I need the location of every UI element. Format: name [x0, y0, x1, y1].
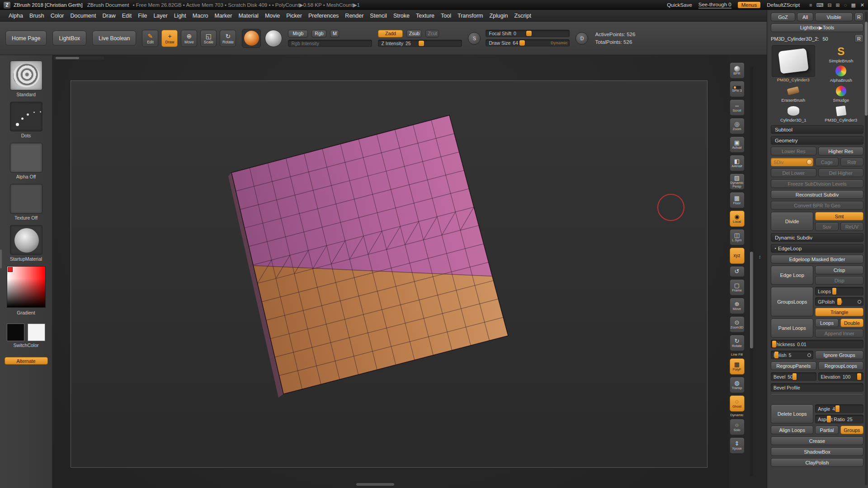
rstr-button[interactable]: Rstr	[840, 158, 863, 166]
screen-layout-b-icon[interactable]: ⊞	[836, 2, 840, 8]
simplebrush-tool[interactable]: S SimpleBrush	[819, 45, 864, 63]
crease-button[interactable]: Crease	[771, 436, 863, 445]
cylinder3d1-tool[interactable]: Cylinder3D_1	[771, 104, 816, 122]
divide-button[interactable]: Divide	[771, 212, 813, 231]
close-icon[interactable]: ✕	[860, 2, 864, 8]
goz-all-button[interactable]: All	[797, 13, 813, 21]
delete-loops-button[interactable]: Delete Loops	[771, 404, 813, 423]
panel-scrollbar-thumb[interactable]	[865, 22, 868, 116]
mrgb-button[interactable]: Mrgb	[288, 30, 308, 38]
menu-zscript[interactable]: Zscript	[511, 13, 534, 19]
draw-size-slider[interactable]: Draw Size 64 Dynamic	[486, 39, 570, 47]
z-intensity-knob[interactable]	[419, 41, 424, 46]
reuv-button[interactable]: ReUV	[840, 222, 863, 231]
goz-r-button[interactable]: R	[854, 13, 863, 21]
polyframe-button[interactable]: ▦ PolyF	[730, 358, 745, 375]
append-inner-button[interactable]: Append Inner	[815, 329, 863, 338]
menu-picker[interactable]: Picker	[283, 13, 305, 19]
polish-toggle-circle[interactable]	[807, 353, 811, 357]
saturation-value-square[interactable]	[7, 266, 46, 308]
gpolish-slider[interactable]: GPolish 50	[815, 297, 863, 306]
menu-edit[interactable]: Edit	[119, 13, 135, 19]
aahalf-button[interactable]: ◧ AAHalf	[730, 155, 745, 171]
menu-file[interactable]: File	[135, 13, 150, 19]
depth-dial[interactable]: D	[576, 32, 588, 45]
aspect-ratio-slider[interactable]: Aspect Ratio 25	[815, 415, 863, 423]
thickness-slider[interactable]: Thickness 0.01	[771, 340, 863, 348]
gradient-square[interactable]	[7, 266, 46, 308]
solo-button[interactable]: ○ Solo	[730, 419, 745, 435]
edgeloop-section-header[interactable]: ▪ EdgeLoop	[771, 244, 863, 253]
current-color-sphere[interactable]	[265, 30, 282, 47]
goz-visible-button[interactable]: Visible	[815, 13, 853, 21]
convert-bpr-button[interactable]: Convert BPR To Geo	[771, 201, 863, 210]
grid-ui-icon[interactable]: ▦	[851, 2, 855, 8]
double-button[interactable]: Double	[840, 319, 863, 327]
menu-light[interactable]: Light	[171, 13, 189, 19]
edit-button[interactable]: ✎ Edit	[142, 30, 158, 47]
menu-macro[interactable]: Macro	[189, 13, 212, 19]
alphabrush-tool[interactable]: AlphaBrush	[819, 65, 864, 83]
del-higher-button[interactable]: Del Higher	[818, 169, 864, 177]
stroke-dial[interactable]: S	[468, 32, 481, 45]
document-canvas[interactable]	[71, 80, 708, 468]
focal-shift-slider[interactable]: Focal Shift 0	[486, 30, 570, 37]
menu-zplugin[interactable]: Zplugin	[486, 13, 511, 19]
current-material-thumbnail[interactable]	[242, 29, 261, 48]
keyboard-icon[interactable]: ⌨	[816, 2, 824, 8]
current-brush[interactable]: Standard	[10, 61, 42, 97]
del-lower-button[interactable]: Del Lower	[771, 169, 816, 177]
angle-knob[interactable]	[835, 405, 840, 412]
claypolish-button[interactable]: ClayPolish	[771, 458, 863, 467]
gpolish-toggle-circle[interactable]	[858, 300, 861, 304]
aspect-ratio-knob[interactable]	[827, 416, 831, 422]
screen-layout-a-icon[interactable]: ⊟	[827, 2, 831, 8]
freeze-subdivision-button[interactable]: Freeze SubDivision Levels	[771, 179, 863, 188]
subtool-section-header[interactable]: Subtool	[771, 125, 863, 134]
shadowbox-button[interactable]: ShadowBox	[771, 447, 863, 456]
menu-preferences[interactable]: Preferences	[305, 13, 342, 19]
floor-button[interactable]: ▦ Floor	[730, 192, 745, 208]
spix-button[interactable]: SPix 3	[730, 81, 745, 97]
tool-r-button[interactable]: R	[854, 34, 863, 43]
canvas-hscrollbar[interactable]	[356, 483, 394, 486]
geometry-section-header[interactable]: Geometry	[771, 136, 863, 145]
crisp-button[interactable]: Crisp	[815, 266, 863, 274]
current-material[interactable]: StartupMaterial	[10, 225, 42, 262]
menu-material[interactable]: Material	[235, 13, 261, 19]
groups-button[interactable]: Groups	[840, 426, 863, 434]
lightbox-scrollbar[interactable]	[54, 56, 104, 60]
zadd-button[interactable]: Zadd	[378, 30, 403, 38]
eraserbrush-tool[interactable]: EraserBrush	[771, 84, 816, 103]
shelf-rotate-button[interactable]: ↻ Rotate	[730, 335, 745, 351]
scale-button[interactable]: ◱ Scale	[200, 30, 217, 47]
secondary-color-swatch[interactable]	[28, 324, 45, 341]
lsym-button[interactable]: ◫ L.Sym	[730, 229, 745, 245]
current-alpha[interactable]: Alpha Off	[10, 143, 42, 179]
regroup-loops-button[interactable]: RegroupLoops	[818, 361, 864, 370]
panel-loops-button[interactable]: Panel Loops	[771, 319, 813, 338]
goz-button[interactable]: GoZ	[771, 13, 795, 21]
bevel-slider[interactable]: Bevel 50	[771, 372, 816, 381]
scroll-button[interactable]: ⇔ Scroll	[730, 99, 745, 116]
main-color-swatch[interactable]	[7, 324, 24, 341]
active-tool-thumbnail[interactable]: PM3D_Cylinder3	[771, 45, 816, 83]
menu-transform[interactable]: Transform	[454, 13, 486, 19]
zoom3d-button[interactable]: ⊙ Zoom3D	[730, 316, 745, 333]
partial-button[interactable]: Partial	[815, 426, 838, 434]
menu-marker[interactable]: Marker	[212, 13, 236, 19]
zoom-button[interactable]: ◎ Zoom	[730, 118, 745, 134]
dynamic-draw-size-toggle[interactable]: Dynamic	[551, 41, 568, 45]
disp-button[interactable]: Disp	[815, 276, 863, 285]
m-button[interactable]: M	[330, 30, 339, 38]
vertical-scrollbar-thumb[interactable]	[750, 252, 753, 348]
polish-slider[interactable]: Polish 5	[771, 351, 813, 359]
bpr-button[interactable]: BPR	[730, 62, 745, 79]
menu-color[interactable]: Color	[47, 13, 67, 19]
align-loops-button[interactable]: Align Loops	[771, 426, 813, 434]
xyz-button[interactable]: xyz	[730, 248, 745, 264]
menu-alpha[interactable]: Alpha	[5, 13, 26, 19]
color-picker[interactable]: Gradient	[7, 266, 46, 315]
loops-slider[interactable]: Loops 4	[815, 287, 863, 296]
zsub-button[interactable]: Zsub	[406, 30, 422, 38]
